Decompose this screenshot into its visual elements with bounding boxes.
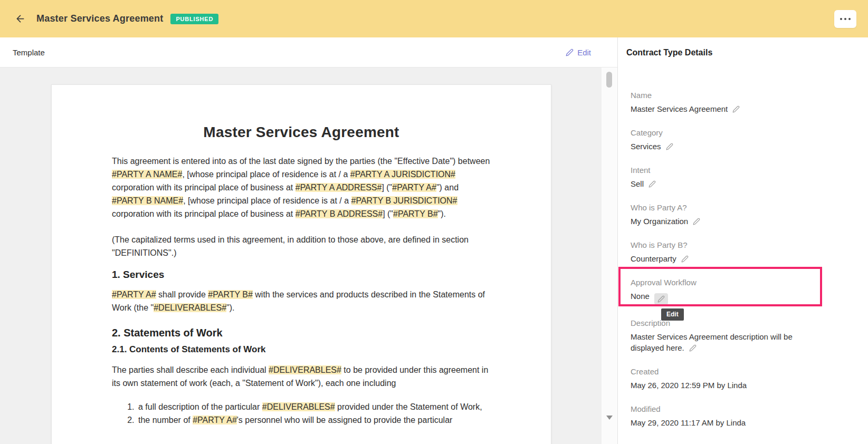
text-run: The parties shall describe each individu… [112,365,269,374]
back-button[interactable] [12,11,29,26]
merge-field: #PARTY A ADDRESS# [295,183,382,192]
sidebar-field-created: CreatedMay 26, 2020 12:59 PM by Linda [631,366,822,391]
document-subheading: 2.1. Contents of Statements of Work [112,344,491,355]
scrollbar-thumb[interactable] [606,72,612,88]
edit-pencil-icon[interactable] [654,293,668,305]
field-value-text: Master Services Agreement [631,104,728,113]
merge-field: #PARTY A# [112,290,156,299]
arrow-left-icon [15,13,26,24]
merge-field: #PARTY B# [393,209,438,218]
document-paragraph: (The capitalized terms used in this agre… [112,233,491,259]
edit-pencil-icon[interactable] [732,105,740,113]
field-label: Approval Workflow [631,277,822,288]
field-value: May 26, 2020 12:59 PM by Linda [631,380,822,391]
merge-field: #DELIVERABLES# [269,365,341,374]
text-run: , [whose principal place of residence is… [183,196,351,205]
sidebar-field-intent: IntentSell [631,165,822,189]
template-edit-button[interactable]: Edit [566,48,591,57]
field-label: Description [631,318,822,329]
field-label: Created [631,366,822,377]
document-paragraph: This agreement is entered into as of the… [112,155,491,220]
text-run: This agreement is entered into as of the… [112,157,490,166]
sidebar-fields: NameMaster Services AgreementCategorySer… [618,90,867,428]
ellipsis-icon [840,18,851,20]
field-value: Services [631,141,822,152]
sidebar-field-who-is-party-b: Who is Party B?Counterparty [631,240,822,264]
field-value-text: My Organization [631,217,688,226]
contract-details-sidebar: Contract Type Details NameMaster Service… [618,37,867,444]
scrollbar-down-arrow[interactable] [606,416,613,420]
document-heading: 2. Statements of Work [112,327,491,339]
text-run: corporation with its principal place of … [112,209,295,218]
field-value: May 29, 2020 11:17 AM by Linda [631,417,822,428]
sidebar-field-name: NameMaster Services Agreement [631,90,822,114]
edit-pencil-icon[interactable] [666,143,673,150]
field-value: Sell [631,178,822,189]
field-label: Name [631,90,822,101]
text-run: "). [438,209,446,218]
status-badge: PUBLISHED [170,14,218,24]
text-run: 1. Services [112,269,164,280]
field-value-text: May 29, 2020 11:17 AM by Linda [631,418,746,427]
document-list: a full description of the particular #DE… [112,400,491,427]
page-title: Master Services Agreement [36,13,163,24]
text-run: "). [226,303,234,312]
pencil-icon [566,49,574,56]
template-toolbar: Template Edit [0,37,617,67]
merge-field: #PARTY B ADDRESS# [295,209,383,218]
merge-field: #PARTY B# [208,290,253,299]
sidebar-field-approval-workflow: Approval WorkflowNone [631,277,822,305]
top-header: Master Services Agreement PUBLISHED [0,0,868,37]
field-value: Counterparty [631,253,822,264]
text-run: 2. Statements of Work [112,327,223,339]
edit-pencil-icon[interactable] [689,344,697,352]
field-value-text: None [631,292,650,301]
field-value-text: Counterparty [631,254,676,263]
document-paragraph: #PARTY A# shall provide #PARTY B# with t… [112,288,491,314]
field-label: Category [631,128,822,138]
merge-field: #DELIVERABLES# [154,303,226,312]
document-title: Master Services Agreement [112,124,491,141]
document-paragraph: The parties shall describe each individu… [112,363,491,390]
text-run: corporation with its principal place of … [112,183,295,192]
template-label: Template [13,48,45,57]
merge-field: #PARTY B JURISDICTION# [351,196,457,205]
sidebar-field-who-is-party-a: Who is Party A?My Organization [631,202,822,227]
text-run: ] (" [381,183,392,192]
more-options-button[interactable] [834,10,856,28]
field-label: Intent [631,165,822,176]
merge-field: #PARTY A JURISDICTION# [350,170,455,179]
edit-pencil-icon[interactable] [681,255,689,263]
field-value-text: Master Services Agreement description wi… [631,332,793,352]
text-run: ] (" [383,209,393,218]
field-value: Master Services Agreement description wi… [631,331,822,353]
sidebar-field-description: DescriptionMaster Services Agreement des… [631,318,822,353]
sidebar-title: Contract Type Details [626,47,867,58]
document-list-item: a full description of the particular #DE… [137,400,491,413]
field-value-text: Sell [631,179,644,188]
edit-pencil-icon[interactable] [693,218,700,225]
text-run: , [whose principal place of residence is… [182,170,350,179]
document-page: Master Services Agreement This agreement… [51,84,551,444]
text-run: (The capitalized terms used in this agre… [112,235,469,257]
text-run: provided under the Statement of Work, [335,402,482,411]
field-label: Who is Party B? [631,240,822,250]
field-label: Who is Party A? [631,202,822,213]
document-list-item: the number of #PARTY A#'s personnel who … [137,413,491,427]
merge-field: #PARTY A NAME# [112,170,182,179]
edit-link-label: Edit [577,48,591,57]
scrollbar-track[interactable] [602,67,617,444]
text-run: ") and [436,183,459,192]
field-value-text: Services [631,142,661,151]
merge-field: #PARTY A# [392,183,436,192]
edit-pencil-icon[interactable] [648,180,656,188]
text-run: 's personnel who will be assigned to pro… [237,416,453,424]
merge-field: #PARTY B NAME# [112,196,183,205]
merge-field: #PARTY A# [193,416,237,424]
document-body: This agreement is entered into as of the… [112,155,491,427]
field-value: Master Services Agreement [631,103,822,114]
field-value-text: May 26, 2020 12:59 PM by Linda [631,381,747,390]
edit-tooltip: Edit [661,308,684,321]
text-run: a full description of the particular [138,402,262,411]
sidebar-field-category: CategoryServices [631,128,822,152]
